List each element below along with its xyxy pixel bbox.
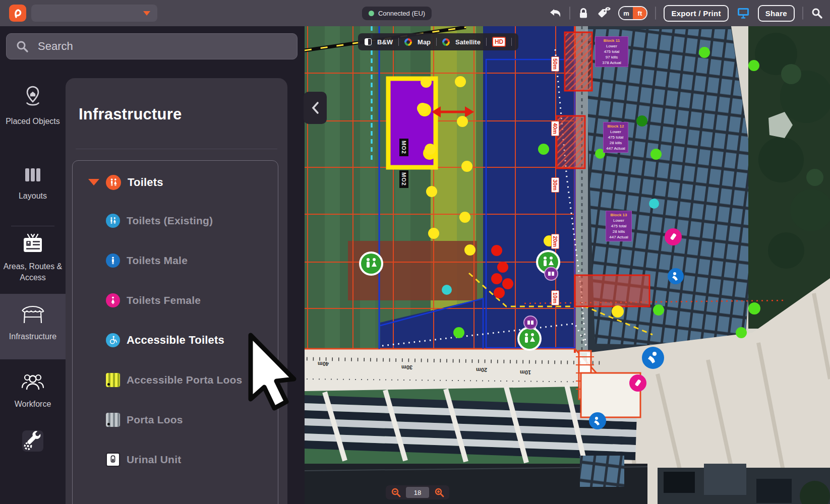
- group-label: Toilets: [128, 176, 163, 189]
- list-item-label: Urinal Unit: [127, 454, 181, 466]
- toilets-female-icon: [106, 293, 120, 307]
- zoom-level-value: 18: [406, 487, 429, 498]
- satellite-layer-button[interactable]: Satellite: [455, 38, 481, 46]
- map-layer-button[interactable]: Map: [418, 38, 431, 46]
- sidebar-item-workforce[interactable]: Workforce: [0, 370, 66, 410]
- tools-wrench-icon: [19, 427, 46, 455]
- zoom-out-icon[interactable]: [391, 487, 401, 497]
- list-item-toilets-existing[interactable]: Toilets (Existing): [73, 201, 278, 240]
- list-item-urinal-unit[interactable]: Urinal Unit: [73, 439, 278, 479]
- export-print-button[interactable]: Export / Print: [664, 5, 728, 22]
- block-line: Lower: [604, 129, 627, 135]
- list-item-accessible-toilets[interactable]: Accessible Toilets: [73, 320, 278, 360]
- layouts-icon: [21, 164, 44, 185]
- connection-status-badge: Connected (EU): [362, 7, 432, 20]
- infrastructure-panel: Infrastructure Toilets Toilets (Existing…: [66, 78, 287, 504]
- gate-label: MO2: [399, 139, 408, 156]
- divider: [486, 38, 487, 46]
- sidebar-item-label: Infrastructure: [9, 331, 56, 342]
- block-line: Block 12: [604, 123, 627, 129]
- search-input[interactable]: [37, 39, 288, 53]
- toilets-male-icon: [106, 254, 120, 268]
- status-label: Connected (EU): [378, 10, 425, 17]
- zoom-in-icon[interactable]: [434, 487, 444, 497]
- group-header-toilets[interactable]: Toilets: [73, 161, 278, 201]
- divider: [655, 7, 656, 20]
- stadium-roof: [575, 26, 776, 359]
- sidebar-item-infrastructure[interactable]: Infrastructure: [0, 294, 66, 359]
- search-bar[interactable]: [6, 33, 298, 59]
- bw-layer-button[interactable]: B&W: [377, 38, 393, 46]
- ruler-marker: 20m: [476, 367, 487, 373]
- block-line: Lower: [596, 43, 627, 49]
- workforce-icon: [20, 370, 46, 394]
- list-item-label: Toilets Male: [127, 255, 188, 267]
- ruler-marker: 30m: [401, 364, 412, 370]
- ruler-marker: 10m: [520, 369, 531, 375]
- distance-marker: 50m: [551, 56, 559, 72]
- app-window: Connected (EU) m ft Export / Print Share: [0, 0, 830, 504]
- top-bar: Connected (EU) m ft Export / Print Share: [0, 0, 830, 26]
- map-viewport[interactable]: B&W Map Satellite HD 50m 40m 30m 20m 10m…: [305, 26, 830, 504]
- lock-icon[interactable]: [578, 7, 589, 19]
- unit-feet[interactable]: ft: [633, 7, 646, 19]
- panel-title: Infrastructure: [79, 105, 182, 123]
- monitor-icon[interactable]: [736, 7, 750, 20]
- app-logo[interactable]: [9, 5, 26, 22]
- sidebar-item-placed-objects[interactable]: Placed Objects: [0, 84, 66, 127]
- block-line: Lower: [607, 218, 631, 223]
- porta-loos-icon: [106, 413, 120, 427]
- urinal-unit-icon: [106, 453, 120, 467]
- accessible-toilets-icon: [106, 333, 120, 347]
- toilets-group: Toilets Toilets (Existing) Toilets Male: [72, 160, 278, 504]
- panel-divider: [76, 149, 277, 149]
- unit-meters[interactable]: m: [619, 7, 633, 19]
- trees-strip: [748, 26, 830, 329]
- list-item-toilets-female[interactable]: Toilets Female: [73, 280, 278, 320]
- topbar-actions: m ft Export / Print Share: [549, 0, 823, 26]
- hd-toggle-button[interactable]: HD: [492, 37, 506, 47]
- block-line: 475 total: [607, 223, 631, 229]
- divider: [802, 7, 803, 20]
- list-item-label: Accessible Porta Loos: [127, 374, 242, 386]
- divider: [511, 38, 512, 46]
- expand-caret-icon[interactable]: [88, 179, 99, 185]
- global-search-icon[interactable]: [811, 7, 823, 19]
- block-line: 447 Actual: [604, 146, 627, 151]
- toilets-existing-icon: [106, 214, 120, 228]
- list-item-accessible-porta-loos[interactable]: Accessible Porta Loos: [73, 360, 278, 400]
- block-line: 28 kills: [607, 229, 631, 234]
- panel-collapse-button[interactable]: [304, 92, 327, 124]
- map-zoom-control: 18: [386, 485, 449, 499]
- list-item-toilets-male[interactable]: Toilets Male: [73, 240, 278, 280]
- block-line: 475 total: [604, 135, 627, 140]
- chevron-down-icon: [143, 11, 150, 16]
- block-label: Block 12 Lower 475 total 28 kills 447 Ac…: [603, 122, 628, 153]
- list-item-porta-loos[interactable]: Porta Loos: [73, 400, 278, 439]
- divider: [436, 38, 437, 46]
- undo-icon[interactable]: [549, 7, 562, 19]
- list-item-label: Toilets (Existing): [127, 215, 213, 227]
- sidebar-item-label: Areas, Routes & Access: [0, 261, 66, 283]
- list-item-label: Porta Loos: [127, 414, 183, 426]
- unit-toggle[interactable]: m ft: [618, 6, 647, 20]
- accessible-porta-loos-icon: [106, 373, 120, 387]
- list-item-label: Toilets Female: [127, 294, 201, 306]
- tag-visibility-icon[interactable]: [597, 7, 611, 20]
- status-dot-icon: [369, 11, 374, 16]
- share-button[interactable]: Share: [758, 5, 795, 22]
- logo-swirl-icon: [12, 7, 24, 19]
- google-icon: [442, 38, 450, 46]
- block-line: 475 total: [596, 49, 627, 54]
- block-line: Block 11: [596, 38, 627, 43]
- divider: [398, 38, 399, 46]
- areas-routes-icon: [20, 232, 46, 256]
- map-layer-controls: B&W Map Satellite HD: [358, 33, 518, 50]
- block-line: 447 Actual: [607, 234, 631, 240]
- sidebar-item-label: Layouts: [19, 191, 47, 202]
- nav-sidebar: Placed Objects Layouts Areas, Routes & A…: [0, 66, 66, 504]
- sidebar-item-tools[interactable]: [0, 427, 66, 455]
- sidebar-item-areas-routes-access[interactable]: Areas, Routes & Access: [0, 232, 66, 283]
- sidebar-item-layouts[interactable]: Layouts: [0, 164, 66, 202]
- project-dropdown[interactable]: [31, 5, 157, 22]
